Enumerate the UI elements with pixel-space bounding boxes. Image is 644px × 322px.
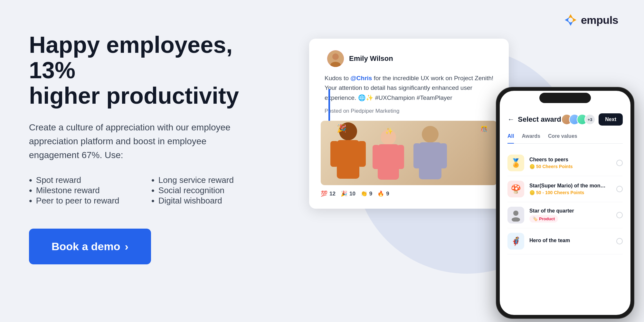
left-content-section: Happy employees, 13% higher productivity…: [29, 32, 254, 264]
feature-social-recognition: Social recognition: [151, 185, 254, 196]
award-info-mario: Star(Super Mario) of the month(Dec.... 🪙…: [529, 183, 611, 195]
award-icon-cheers: 🏅: [507, 155, 524, 171]
award-info-quarter: Star of the quarter 🏷️ Product: [529, 208, 611, 223]
award-name-mario: Star(Super Mario) of the month(Dec....: [529, 183, 607, 189]
svg-rect-12: [378, 144, 399, 180]
phone-mockup: ← Select award +3 Next All Awards Core v…: [496, 87, 634, 319]
award-name-cheers: Cheers to peers: [529, 157, 607, 163]
person-2-silhouette: [371, 129, 406, 185]
phone-screen: ← Select award +3 Next All Awards Core v…: [500, 91, 630, 315]
main-headline: Happy employees, 13% higher productivity: [29, 32, 254, 109]
award-item-mario[interactable]: 🍄 Star(Super Mario) of the month(Dec....…: [507, 176, 623, 202]
person-1-silhouette: [327, 122, 369, 185]
tab-core-values[interactable]: Core values: [548, 133, 577, 139]
award-name-quarter: Star of the quarter: [529, 208, 607, 214]
svg-rect-9: [330, 141, 338, 167]
svg-rect-8: [337, 140, 359, 179]
award-radio-mario[interactable]: [616, 186, 623, 192]
feature-peer-reward: Peer to peer to reward: [29, 196, 132, 206]
feature-col-1: Spot reward Milestone reward Peer to pee…: [29, 175, 132, 206]
book-demo-label: Book a demo: [52, 240, 120, 253]
svg-point-15: [422, 126, 439, 143]
award-radio-hero[interactable]: [616, 238, 623, 244]
reaction-4[interactable]: 🔥9: [377, 190, 389, 197]
header: empuls: [564, 13, 618, 27]
award-icon-hero: 🦸: [507, 233, 524, 250]
card-photo: 🎉 ✨ 🎊: [321, 121, 497, 185]
sub-description: Create a culture of appreciation with ou…: [29, 120, 254, 162]
award-info-hero: Hero of the team: [529, 238, 611, 245]
award-icon-quarter: [507, 207, 524, 223]
feature-col-2: Long service reward Social recognition D…: [151, 175, 254, 206]
phone-tabs: All Awards Core values: [507, 133, 623, 144]
card-body-text: Kudos to @Chris for the incredible UX wo…: [325, 73, 497, 103]
back-arrow-icon[interactable]: ←: [507, 115, 515, 124]
mention-link[interactable]: @Chris: [350, 75, 372, 81]
confetti: 🎉: [337, 124, 346, 133]
award-item-hero[interactable]: 🦸 Hero of the team: [507, 228, 623, 254]
tab-all[interactable]: All: [507, 133, 514, 144]
empuls-logo-icon: [564, 13, 578, 27]
posted-on-label: Posted on Piedpiper Marketing: [325, 108, 497, 114]
svg-rect-17: [413, 143, 421, 168]
award-icon-mario: 🍄: [507, 181, 524, 197]
feature-milestone-reward: Milestone reward: [29, 185, 132, 196]
cta-arrow-icon: ›: [125, 240, 128, 253]
svg-rect-18: [440, 143, 447, 168]
kudos-text: Kudos to: [325, 75, 350, 81]
svg-point-20: [512, 217, 520, 222]
award-info-cheers: Cheers to peers 🪙 50 Cheers Points: [529, 157, 611, 169]
tag-emoji: 🏷️: [533, 216, 538, 221]
reaction-2[interactable]: 🎉10: [341, 190, 355, 197]
award-name-hero: Hero of the team: [529, 238, 607, 243]
tab-awards[interactable]: Awards: [522, 133, 540, 139]
svg-marker-3: [572, 17, 576, 23]
phone-avatar-group: +3: [564, 114, 595, 125]
phone-notch: [539, 93, 591, 103]
feature-digital-wishboard: Digital wishboard: [151, 196, 254, 206]
feature-long-service: Long service reward: [151, 175, 254, 185]
svg-rect-10: [358, 141, 366, 167]
social-card: Emily Wilson Kudos to @Chris for the inc…: [309, 39, 509, 209]
confetti-3: 🎊: [480, 126, 488, 133]
phone-header: ← Select award +3 Next: [507, 113, 623, 126]
svg-marker-2: [565, 17, 569, 23]
svg-rect-13: [373, 145, 380, 169]
user-name: Emily Wilson: [349, 54, 393, 63]
coin-icon: 🪙: [529, 164, 535, 169]
user-avatar: [327, 50, 344, 67]
award-points-cheers: 🪙 50 Cheers Points: [529, 164, 611, 169]
award-radio-quarter[interactable]: [616, 212, 623, 218]
feature-spot-reward: Spot reward: [29, 175, 132, 185]
reaction-1[interactable]: 💯12: [321, 190, 336, 197]
phone-content: ← Select award +3 Next All Awards Core v…: [500, 91, 630, 262]
book-demo-button[interactable]: Book a demo ›: [29, 229, 151, 264]
reactions-bar: 💯12 🎉10 👏9 🔥9: [321, 190, 497, 197]
confetti-2: ✨: [385, 127, 393, 135]
person-3-silhouette: [411, 126, 450, 185]
award-points-mario: 🪙 50 - 100 Cheers Points: [529, 190, 611, 195]
company-name: Piedpiper Marketing: [351, 108, 399, 114]
svg-rect-16: [419, 142, 441, 179]
award-radio-cheers[interactable]: [616, 160, 623, 166]
logo-text: empuls: [581, 14, 618, 26]
reaction-3[interactable]: 👏9: [361, 190, 372, 197]
phone-screen-title: Select award: [518, 115, 561, 124]
coin-icon-2: 🪙: [529, 190, 535, 195]
svg-rect-14: [397, 145, 404, 169]
avatar-plus-badge: +3: [584, 114, 595, 125]
features-grid: Spot reward Milestone reward Peer to pee…: [29, 175, 254, 206]
award-item-quarter[interactable]: Star of the quarter 🏷️ Product: [507, 202, 623, 228]
award-item-cheers[interactable]: 🏅 Cheers to peers 🪙 50 Cheers Points: [507, 150, 623, 176]
right-content-section: Emily Wilson Kudos to @Chris for the inc…: [290, 0, 644, 322]
award-tag-product: 🏷️ Product: [529, 215, 558, 223]
next-button[interactable]: Next: [599, 113, 623, 126]
svg-point-19: [513, 211, 518, 216]
svg-point-5: [332, 53, 339, 60]
